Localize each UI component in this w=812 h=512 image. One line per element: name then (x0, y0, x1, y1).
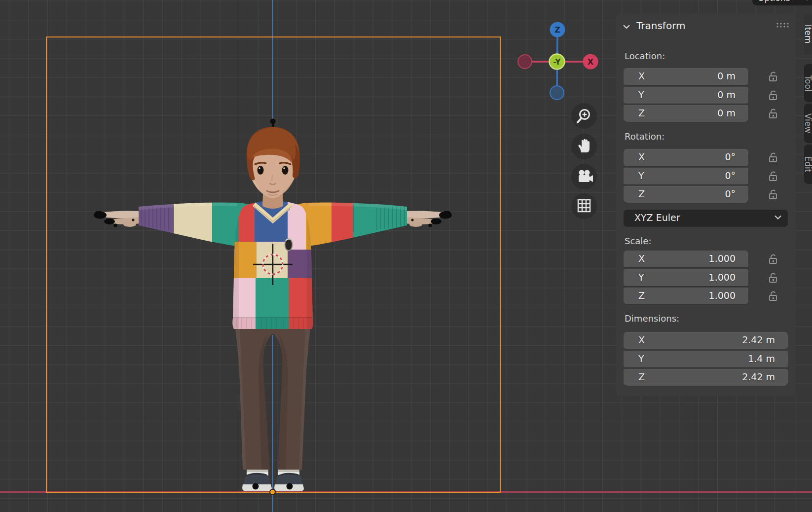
tab-view[interactable]: View (804, 104, 812, 143)
camera-icon (571, 164, 597, 189)
lock-icon[interactable] (765, 269, 781, 286)
dimensions-label: Dimensions: (625, 313, 679, 324)
chevron-down-icon (804, 0, 811, 1)
dimensions-z-field[interactable]: Z 2.42 m (624, 369, 788, 386)
gizmo-neg-x[interactable] (518, 55, 532, 69)
dimensions-y-field[interactable]: Y 1.4 m (624, 351, 788, 367)
lock-icon[interactable] (765, 288, 781, 304)
scale-locks (765, 251, 781, 306)
scale-z-field[interactable]: Z 1.000 (624, 288, 748, 304)
lock-icon[interactable] (765, 87, 781, 104)
grid-toggle-button[interactable] (571, 193, 597, 219)
viewport-3d[interactable]: Z X -Y (0, 0, 812, 512)
navigation-gizmo[interactable]: Z X -Y (513, 17, 602, 104)
svg-text:X: X (588, 57, 594, 67)
location-locks (765, 68, 781, 124)
scale-y-field[interactable]: Y 1.000 (624, 269, 748, 286)
rotation-y-field[interactable]: Y 0° (624, 168, 748, 184)
rotation-label: Rotation: (625, 131, 664, 142)
svg-text:-Y: -Y (554, 58, 561, 67)
dimensions-x-field[interactable]: X 2.42 m (624, 332, 788, 349)
lock-icon[interactable] (765, 168, 781, 184)
svg-text:Z: Z (554, 25, 560, 35)
scale-x-field[interactable]: X 1.000 (624, 251, 748, 267)
camera-view-button[interactable] (571, 164, 597, 189)
location-y-field[interactable]: Y 0 m (624, 87, 748, 104)
character-model[interactable] (69, 113, 479, 503)
rotation-mode-dropdown[interactable]: XYZ Euler (624, 210, 788, 226)
lock-icon[interactable] (765, 186, 781, 203)
options-button[interactable]: Options (752, 0, 812, 5)
location-label: Location: (625, 51, 665, 61)
location-fields: X 0 m Y 0 m Z 0 m (624, 68, 748, 122)
panel-grip-handle[interactable] (776, 22, 791, 28)
lock-icon[interactable] (765, 105, 781, 122)
transform-panel: Transform Location: X 0 m Y 0 m Z 0 m (616, 14, 796, 396)
chevron-down-icon (774, 215, 782, 220)
zoom-button[interactable] (571, 103, 597, 129)
dimensions-fields: X 2.42 m Y 1.4 m Z 2.42 m (624, 332, 788, 386)
hand-icon (571, 134, 597, 159)
pan-button[interactable] (571, 134, 597, 159)
scale-fields: X 1.000 Y 1.000 Z 1.000 (624, 251, 748, 304)
location-x-field[interactable]: X 0 m (624, 68, 748, 85)
lock-icon[interactable] (765, 251, 781, 267)
collapse-chevron-icon[interactable] (623, 24, 630, 30)
tab-item[interactable]: Item (804, 14, 812, 54)
gizmo-neg-z[interactable] (550, 86, 564, 100)
lock-icon[interactable] (765, 68, 781, 85)
rotation-fields: X 0° Y 0° Z 0° (624, 149, 748, 203)
grid-icon (571, 193, 597, 219)
zoom-icon (571, 103, 597, 129)
rotation-z-field[interactable]: Z 0° (624, 186, 748, 203)
rotation-x-field[interactable]: X 0° (624, 149, 748, 166)
scale-label: Scale: (625, 236, 652, 246)
rotation-locks (765, 149, 781, 205)
sidebar-tabs: Item Tool View Edit (804, 12, 812, 186)
lock-icon[interactable] (765, 149, 781, 166)
tab-tool[interactable]: Tool (804, 64, 812, 102)
object-origin-point[interactable] (269, 489, 276, 495)
tab-edit[interactable]: Edit (804, 145, 812, 184)
panel-title[interactable]: Transform (636, 20, 685, 32)
location-z-field[interactable]: Z 0 m (624, 105, 748, 122)
